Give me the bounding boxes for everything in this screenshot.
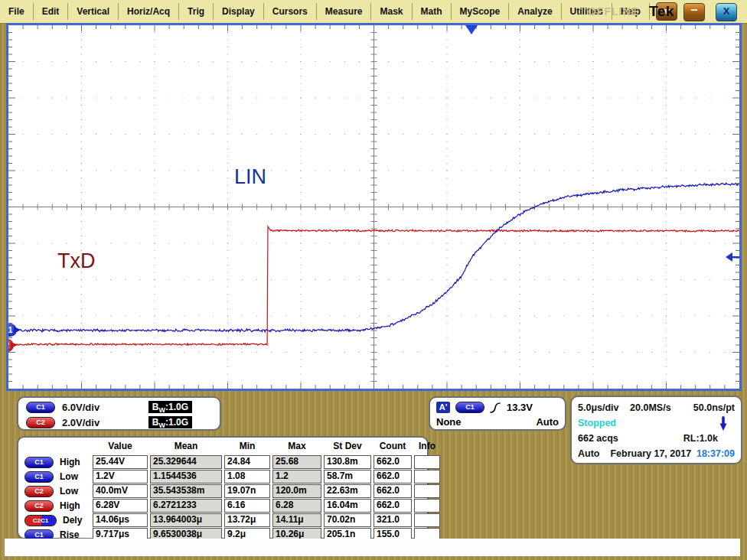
record-length: RL:1.0k <box>683 433 718 444</box>
menu-item-trig[interactable]: Trig <box>179 3 214 20</box>
cell-value: 1.2V <box>93 470 148 483</box>
measurement-row-label: C2C1Dely <box>23 513 90 527</box>
cell-mean: 25.329644 <box>150 455 222 469</box>
minimize-button[interactable]: – <box>683 3 705 21</box>
c2c1-badge: C2C1 <box>24 515 57 526</box>
down-arrow-icon <box>719 415 727 431</box>
channel-scale-row[interactable]: C22.0V/divBW:1.0G <box>18 415 220 430</box>
measurement-name: High <box>60 457 80 467</box>
trigger-readout-box[interactable]: A' C1 13.3V None Auto <box>429 396 566 431</box>
cell-min: 13.72μ <box>224 513 270 527</box>
timebase-value: 5.0μs/div <box>578 402 619 413</box>
cell-count: 321.0 <box>374 513 412 527</box>
offline-watermark: OFFLINE <box>588 5 639 18</box>
cell-value: 40.0mV <box>93 484 148 498</box>
channel-scale-box[interactable]: C16.0V/divBW:1.0GC22.0V/divBW:1.0G <box>17 396 221 431</box>
menu-item-edit[interactable]: Edit <box>34 3 69 20</box>
cell-max: 25.68 <box>272 455 321 469</box>
column-header-max: Max <box>272 441 321 454</box>
column-header-count: Count <box>374 441 412 454</box>
measurement-name: Low <box>60 471 78 482</box>
c1-badge: C1 <box>24 457 54 468</box>
cell-mean: 13.964003μ <box>150 513 222 527</box>
graticule-area: LIN TxD 1 2 <box>8 25 739 389</box>
menu-bar: FileEditVerticalHoriz/AcqTrigDisplayCurs… <box>0 0 747 24</box>
measurement-table-box: ValueMeanMinMaxSt DevCountInfoC1High25.4… <box>17 436 429 539</box>
measurement-row-label: C1High <box>23 455 90 469</box>
c2-bandwidth: BW:1.0G <box>148 416 192 428</box>
rising-edge-icon <box>490 402 501 414</box>
cell-info <box>414 455 440 469</box>
menu-item-file[interactable]: File <box>0 3 34 20</box>
cell-count: 662.0 <box>374 470 412 483</box>
trigger-position-marker[interactable] <box>465 25 478 34</box>
waveform-display: LIN TxD 1 2 <box>6 23 742 391</box>
cell-stdev: 130.8m <box>324 455 371 469</box>
c1-badge: C1 <box>24 471 54 483</box>
oscilloscope-screen: FileEditVerticalHoriz/AcqTrigDisplayCurs… <box>0 0 747 560</box>
measurement-row-label: C2High <box>23 499 90 513</box>
cell-stdev: 16.04m <box>324 499 371 513</box>
trigger-mode-none: None <box>436 416 462 428</box>
trigger-source-badge: C1 <box>455 402 484 413</box>
c2-badge: C2 <box>26 417 55 428</box>
cell-info <box>414 470 440 483</box>
cell-mean: 35.543538m <box>150 484 222 498</box>
resolution-value: 50.0ns/pt <box>693 402 735 413</box>
trigger-a-icon: A' <box>436 402 450 413</box>
txd-trace-label: TxD <box>57 249 96 273</box>
measurement-table: ValueMeanMinMaxSt DevCountInfoC1High25.4… <box>23 441 427 542</box>
cell-info <box>414 499 440 513</box>
acquisition-status: Stopped <box>578 418 616 428</box>
cell-stdev: 70.02n <box>324 513 371 527</box>
cell-max: 14.11μ <box>272 513 321 527</box>
menu-item-measure[interactable]: Measure <box>317 3 372 20</box>
measurement-name: High <box>60 500 80 511</box>
cell-value: 25.44V <box>93 455 148 469</box>
menu-item-analyze[interactable]: Analyze <box>509 3 561 20</box>
c1-badge: C1 <box>26 402 55 413</box>
horizontal-acq-box[interactable]: 5.0μs/div 20.0MS/s 50.0ns/pt Stopped 662… <box>570 396 742 464</box>
waveform-traces <box>8 25 739 389</box>
cell-info <box>414 484 440 498</box>
measurement-row-label: C1Low <box>23 470 90 483</box>
column-header-min: Min <box>224 441 270 454</box>
cell-min: 1.08 <box>224 470 270 483</box>
trigger-level-arrow[interactable] <box>726 252 739 262</box>
cell-min: 6.16 <box>224 499 270 513</box>
column-header-stdev: St Dev <box>324 441 371 454</box>
cell-stdev: 58.7m <box>324 470 371 483</box>
menu-item-math[interactable]: Math <box>413 3 452 20</box>
cell-value: 14.06μs <box>93 513 148 527</box>
menu-item-horizacq[interactable]: Horiz/Acq <box>119 3 179 20</box>
cell-value: 6.28V <box>93 499 148 513</box>
measurement-name: Dely <box>63 515 82 526</box>
c2-scale-value: 2.0V/div <box>62 417 99 428</box>
menu-items: FileEditVerticalHoriz/AcqTrigDisplayCurs… <box>0 3 650 20</box>
column-header-mean: Mean <box>150 441 222 454</box>
cell-count: 662.0 <box>374 455 412 469</box>
column-header-info: Info <box>414 441 440 454</box>
cell-min: 19.07n <box>224 484 270 498</box>
measurement-row-label: C2Low <box>23 484 90 498</box>
cell-mean: 1.1544536 <box>150 470 222 483</box>
lin-trace-label: LIN <box>234 165 266 189</box>
cell-stdev: 22.63m <box>324 484 371 498</box>
menu-item-cursors[interactable]: Cursors <box>264 3 317 20</box>
channel-scale-row[interactable]: C16.0V/divBW:1.0G <box>18 399 220 415</box>
cell-count: 662.0 <box>374 484 412 498</box>
cell-mean: 6.2721233 <box>150 499 222 513</box>
cell-max: 6.28 <box>272 499 321 513</box>
cell-max: 120.0m <box>272 484 321 498</box>
menu-item-display[interactable]: Display <box>214 3 264 20</box>
column-header-value: Value <box>93 441 148 454</box>
close-button[interactable]: X <box>716 3 737 21</box>
cell-count: 662.0 <box>374 499 412 513</box>
tek-logo: Tek <box>649 3 674 20</box>
menu-item-vertical[interactable]: Vertical <box>68 3 119 20</box>
trigger-mode-auto: Auto <box>536 416 559 428</box>
menu-item-myscope[interactable]: MyScope <box>452 3 510 20</box>
samplerate-value: 20.0MS/s <box>630 402 671 413</box>
menu-item-mask[interactable]: Mask <box>371 3 412 20</box>
c1-scale-value: 6.0V/div <box>62 402 99 413</box>
